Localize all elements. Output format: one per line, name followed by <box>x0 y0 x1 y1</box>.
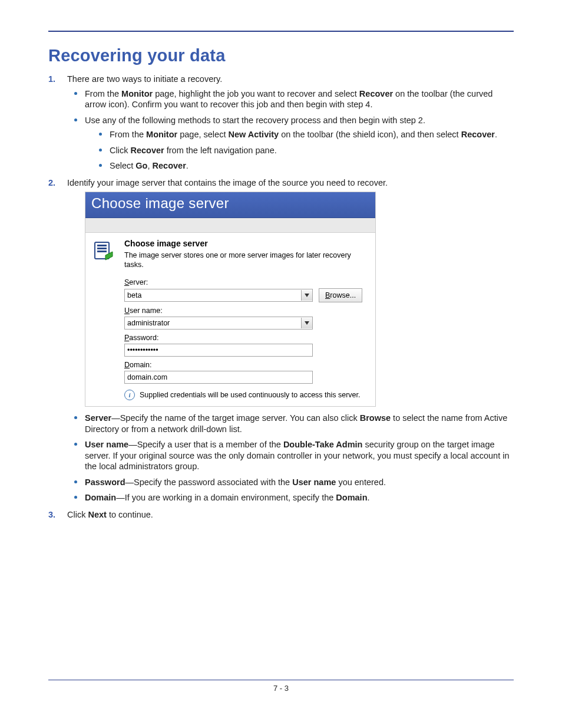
user-value: administrator <box>127 318 170 328</box>
svg-rect-3 <box>97 251 107 252</box>
step-1-b1: From the Monitor page, highlight the job… <box>85 88 514 110</box>
dialog-subtitle: The image server stores one or more serv… <box>124 251 368 269</box>
step-3: Click Next to continue. <box>64 509 514 521</box>
step-1-b2-sub: From the Monitor page, select New Activi… <box>85 129 514 172</box>
field-server: Server—Specify the name of the target im… <box>85 413 514 434</box>
svg-rect-1 <box>97 245 107 246</box>
step-1-b2-s3: Select Go, Recover. <box>110 160 514 172</box>
server-icon <box>92 239 116 269</box>
step-1-b2-s1: From the Monitor page, select New Activi… <box>110 129 514 140</box>
field-descriptions: Server—Specify the name of the target im… <box>67 413 514 503</box>
svg-rect-2 <box>97 248 107 249</box>
domain-field[interactable]: domain.com <box>124 371 313 384</box>
credentials-info: i Supplied credentials will be used cont… <box>124 390 368 400</box>
browse-button[interactable]: Browse... <box>319 288 362 302</box>
step-1-text: There are two ways to initiate a recover… <box>67 74 222 84</box>
domain-value: domain.com <box>127 373 167 382</box>
user-field[interactable]: administrator <box>124 317 313 330</box>
password-field[interactable]: •••••••••••• <box>124 344 313 357</box>
field-password: Password—Specify the password associated… <box>85 477 514 488</box>
page-footer: 7 - 3 <box>48 680 514 693</box>
dialog-form: Server: beta Browse... User name: <box>124 278 368 400</box>
server-dropdown-icon[interactable] <box>301 290 312 301</box>
password-label: Password: <box>124 333 368 342</box>
step-2-text: Identify your image server that contains… <box>67 178 388 187</box>
step-1-bullets: From the Monitor page, highlight the job… <box>67 88 514 172</box>
credentials-info-text: Supplied credentials will be used contin… <box>140 390 361 400</box>
dialog-separator <box>85 218 375 233</box>
main-step-list: There are two ways to initiate a recover… <box>48 74 514 520</box>
server-value: beta <box>127 291 141 300</box>
field-domain: Domain—If you are working in a domain en… <box>85 492 514 503</box>
server-field[interactable]: beta <box>124 289 313 302</box>
dialog-body: Choose image server The image server sto… <box>85 233 375 406</box>
page-number: 7 - 3 <box>273 684 289 693</box>
step-1-b2-text: Use any of the following methods to star… <box>85 116 425 125</box>
server-label: Server: <box>124 278 368 287</box>
dialog-title: Choose image server <box>85 192 375 218</box>
choose-image-server-dialog: Choose image server <box>85 192 376 407</box>
field-user: User name—Specify a user that is a membe… <box>85 439 514 472</box>
step-1-b2: Use any of the following methods to star… <box>85 115 514 172</box>
dialog-header-text: Choose image server The image server sto… <box>124 239 368 269</box>
step-1: There are two ways to initiate a recover… <box>64 74 514 172</box>
page-title: Recovering your data <box>48 46 514 65</box>
step-2: Identify your image server that contains… <box>64 177 514 503</box>
user-dropdown-icon[interactable] <box>301 318 312 328</box>
dialog-header: Choose image server <box>124 239 208 248</box>
password-value: •••••••••••• <box>127 345 158 355</box>
step-1-b2-s2: Click Recover from the left navigation p… <box>110 145 514 156</box>
info-icon: i <box>124 390 135 400</box>
domain-label: Domain: <box>124 360 368 370</box>
user-label: User name: <box>124 306 368 315</box>
top-rule <box>48 31 514 32</box>
